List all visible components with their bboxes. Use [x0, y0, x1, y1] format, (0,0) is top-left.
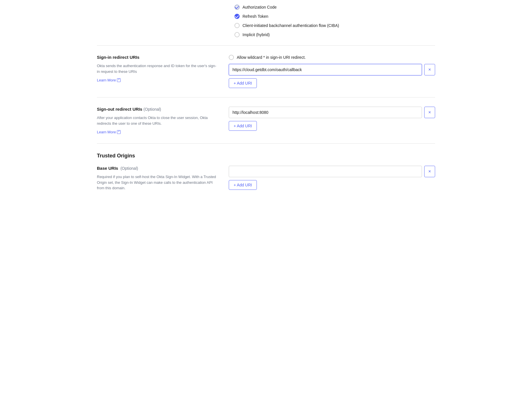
base-uri-input[interactable]: [229, 166, 422, 177]
sign-out-add-uri-button[interactable]: + Add URI: [229, 121, 257, 131]
checkbox-list: Authorization Code Refresh Token Client-…: [97, 5, 435, 37]
checkbox-implicit-label: Implicit (hybrid): [242, 32, 270, 37]
sign-in-uri-remove-button[interactable]: ×: [424, 64, 435, 75]
base-uri-remove-button[interactable]: ×: [424, 166, 435, 177]
sign-in-uri-input[interactable]: [229, 64, 422, 75]
sign-out-redirect-description: After your application contacts Okta to …: [97, 115, 217, 126]
sign-out-redirect-layout: Sign-out redirect URIs (Optional) After …: [97, 107, 435, 134]
checkbox-authorization-code-label: Authorization Code: [242, 5, 277, 9]
sign-in-redirect-layout: Sign-in redirect URIs Okta sends the aut…: [97, 55, 435, 88]
trusted-origins-heading: Trusted Origins: [97, 153, 435, 159]
checkbox-refresh-token[interactable]: Refresh Token: [234, 14, 435, 19]
sign-out-redirect-right: × + Add URI: [229, 107, 435, 131]
trusted-origins-section: Trusted Origins Base URIs (Optional) Req…: [97, 144, 435, 204]
checkbox-authorization-code-input[interactable]: [234, 5, 240, 10]
checkbox-implicit-input[interactable]: [234, 32, 240, 37]
base-uri-add-uri-button[interactable]: + Add URI: [229, 180, 257, 190]
external-link-icon: [117, 78, 121, 82]
checkbox-refresh-token-label: Refresh Token: [242, 14, 268, 19]
sign-out-redirect-left: Sign-out redirect URIs (Optional) After …: [97, 107, 217, 134]
wildcard-label: Allow wildcard * in sign-in URI redirect…: [237, 55, 306, 60]
external-link-icon-2: [117, 130, 121, 134]
sign-in-redirect-learn-more[interactable]: Learn More: [97, 78, 121, 82]
sign-in-redirect-left: Sign-in redirect URIs Okta sends the aut…: [97, 55, 217, 82]
sign-in-redirect-section: Sign-in redirect URIs Okta sends the aut…: [97, 46, 435, 97]
base-uris-optional-label: (Optional): [120, 166, 138, 171]
grant-types-section: Authorization Code Refresh Token Client-…: [97, 0, 435, 46]
sign-out-redirect-learn-more[interactable]: Learn More: [97, 130, 121, 134]
sign-in-redirect-right: Allow wildcard * in sign-in URI redirect…: [229, 55, 435, 88]
sign-in-redirect-heading: Sign-in redirect URIs: [97, 55, 217, 60]
base-uris-description: Required if you plan to self-host the Ok…: [97, 174, 217, 191]
sign-out-uri-input[interactable]: [229, 107, 422, 118]
wildcard-row: Allow wildcard * in sign-in URI redirect…: [229, 55, 435, 60]
base-uris-right: × + Add URI: [229, 166, 435, 190]
sign-out-redirect-section: Sign-out redirect URIs (Optional) After …: [97, 97, 435, 144]
sign-out-uri-remove-button[interactable]: ×: [424, 107, 435, 118]
sign-in-uri-input-row: ×: [229, 64, 435, 75]
sign-out-redirect-heading: Sign-out redirect URIs (Optional): [97, 107, 217, 112]
base-uris-left: Base URIs (Optional) Required if you pla…: [97, 166, 217, 194]
checkbox-ciba-label: Client-initiated backchannel authenticat…: [242, 23, 339, 28]
checkbox-authorization-code[interactable]: Authorization Code: [234, 5, 435, 10]
sign-out-uri-input-row: ×: [229, 107, 435, 118]
checkbox-implicit[interactable]: Implicit (hybrid): [234, 32, 435, 37]
sign-in-add-uri-button[interactable]: + Add URI: [229, 78, 257, 88]
base-uris-heading: Base URIs (Optional): [97, 166, 217, 171]
sign-in-redirect-description: Okta sends the authentication response a…: [97, 63, 217, 74]
wildcard-checkbox[interactable]: [229, 55, 234, 60]
checkbox-refresh-token-input[interactable]: [234, 14, 240, 19]
base-uri-input-row: ×: [229, 166, 435, 177]
base-uris-layout: Base URIs (Optional) Required if you pla…: [97, 166, 435, 194]
checkbox-ciba[interactable]: Client-initiated backchannel authenticat…: [234, 23, 435, 28]
checkbox-ciba-input[interactable]: [234, 23, 240, 28]
